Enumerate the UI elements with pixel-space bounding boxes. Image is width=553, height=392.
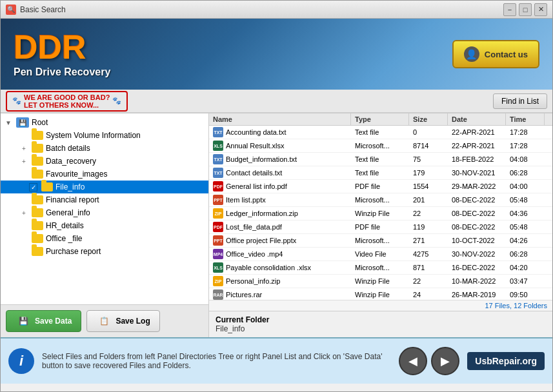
rating-text2: LET OTHERS KNOW... (24, 101, 110, 109)
file-time-3: 06:28 (506, 166, 545, 179)
file-row[interactable]: TXT Accounting data.txt Text file 0 22-A… (209, 126, 552, 139)
file-time-7: 05:48 (506, 220, 545, 233)
expand-8[interactable] (19, 220, 29, 231)
rating-text1: WE ARE GOOD OR BAD? (24, 93, 110, 101)
file-date-11: 10-MAR-2022 (448, 275, 506, 288)
root-expand[interactable]: ▼ (3, 117, 14, 128)
file-count: 17 Files, 12 Folders (209, 300, 552, 311)
item-label-10: Purchase report (46, 247, 101, 256)
item-label-8: HR_details (46, 221, 84, 230)
file-size-8: 271 (409, 234, 448, 247)
file-name-3: TXT Contact details.txt (209, 166, 351, 179)
tree-item-favourite[interactable]: Favourite_images (1, 168, 208, 181)
save-log-button[interactable]: 📋 Save Log (86, 310, 159, 332)
expand-10[interactable] (19, 246, 29, 257)
titlebar-controls: − □ ✕ (503, 3, 547, 16)
file-name-7: PDF Lost_file_data.pdf (209, 220, 351, 233)
file-type-icon-8: PPT (213, 235, 223, 246)
titlebar: 🔍 Basic Search − □ ✕ (1, 1, 552, 19)
tree-root[interactable]: ▼ 💾 Root (1, 116, 208, 129)
folder-icon-4 (32, 170, 43, 179)
tree-item-financial[interactable]: Financial report (1, 193, 208, 206)
file-size-2: 75 (409, 153, 448, 166)
tree-item-batch[interactable]: + Batch details (1, 142, 208, 155)
expand-2[interactable]: + (19, 143, 29, 153)
file-row[interactable]: XLS Annual Result.xlsx Microsoft... 8714… (209, 139, 552, 153)
tree-item-file-info[interactable]: ✓ File_info (1, 181, 208, 193)
left-panel: ▼ 💾 Root System Volume Information + Bat… (1, 113, 209, 337)
tree-item-general-info[interactable]: + General_info (1, 206, 208, 219)
file-time-8: 04:26 (506, 234, 545, 247)
file-type-icon-7: PDF (213, 222, 223, 232)
rating-badge[interactable]: 🐾 WE ARE GOOD OR BAD? LET OTHERS KNOW...… (6, 91, 128, 112)
save-log-icon: 📋 (96, 315, 112, 328)
checkbox-5[interactable]: ✓ (29, 183, 37, 191)
file-name-text-1: Annual Result.xlsx (226, 142, 285, 150)
maximize-button[interactable]: □ (519, 3, 532, 16)
file-date-7: 08-DEC-2022 (448, 220, 506, 233)
file-type-icon-4: PDF (213, 181, 223, 191)
folder-icon-9 (32, 234, 43, 243)
file-row[interactable]: PDF General list info.pdf PDF file 1554 … (209, 180, 552, 193)
expand-9[interactable] (19, 233, 29, 244)
header: DDR Pen Drive Recovery 👤 Contact us (1, 19, 552, 90)
file-row[interactable]: XLS Payable consolidation .xlsx Microsof… (209, 261, 552, 275)
file-row[interactable]: ZIP Personal_info.zip Winzip File 22 10-… (209, 275, 552, 288)
tree-item-purchase[interactable]: Purchase report (1, 245, 208, 258)
close-button[interactable]: ✕ (534, 3, 547, 16)
folder-icon-3 (32, 157, 43, 166)
expand-5[interactable] (19, 182, 29, 192)
app-subtitle: Pen Drive Recovery (14, 66, 110, 78)
tree-item-hr[interactable]: HR_details (1, 219, 208, 232)
file-type-11: Winzip File (351, 275, 409, 288)
file-date-2: 18-FEB-2022 (448, 153, 506, 166)
file-row[interactable]: PDF Lost_file_data.pdf PDF file 119 08-D… (209, 220, 552, 234)
tree-item-office[interactable]: Office _file (1, 232, 208, 245)
file-row[interactable]: ZIP Ledger_information.zip Winzip File 2… (209, 207, 552, 220)
file-name-text-11: Personal_info.zip (226, 277, 280, 285)
file-row[interactable]: TXT Contact details.txt Text file 179 30… (209, 166, 552, 180)
folder-icon-1 (32, 131, 43, 140)
file-type-icon-10: XLS (213, 262, 223, 273)
file-size-10: 871 (409, 261, 448, 274)
file-list-body[interactable]: TXT Accounting data.txt Text file 0 22-A… (209, 126, 552, 300)
save-data-button[interactable]: 💾 Save Data (6, 310, 81, 332)
file-row[interactable]: TXT Budget_information.txt Text file 75 … (209, 153, 552, 166)
minimize-button[interactable]: − (503, 3, 516, 16)
file-row[interactable]: RAR Pictures.rar Winzip File 24 26-MAR-2… (209, 288, 552, 300)
file-type-icon-11: ZIP (213, 276, 223, 286)
folder-icon-10 (32, 247, 43, 256)
col-date: Date (448, 113, 506, 125)
file-type-7: PDF file (351, 220, 409, 233)
prev-button[interactable]: ◀ (399, 347, 427, 375)
tree-item-data-recovery[interactable]: + Data_recovery (1, 155, 208, 168)
file-type-4: PDF file (351, 180, 409, 193)
file-type-2: Text file (351, 153, 409, 166)
nav-buttons: ◀ ▶ (399, 347, 459, 375)
tree-area[interactable]: ▼ 💾 Root System Volume Information + Bat… (1, 113, 208, 304)
next-button[interactable]: ▶ (431, 347, 459, 375)
file-name-0: TXT Accounting data.txt (209, 126, 351, 139)
expand-1[interactable] (19, 130, 29, 141)
expand-4[interactable] (19, 169, 29, 179)
current-folder-label: Current Folder (216, 315, 269, 324)
file-name-11: ZIP Personal_info.zip (209, 275, 351, 288)
file-row[interactable]: PPT Item list.pptx Microsoft... 201 08-D… (209, 193, 552, 207)
file-time-4: 04:00 (506, 180, 545, 193)
expand-6[interactable] (19, 195, 29, 205)
file-row[interactable]: PPT Office project File.pptx Microsoft..… (209, 234, 552, 248)
find-in-list-button[interactable]: Find in List (493, 93, 547, 109)
item-label-9: Office _file (46, 234, 82, 243)
file-row[interactable]: MP4 Office_video .mp4 Video File 4275 30… (209, 248, 552, 261)
file-list-header: Name Type Size Date Time (209, 113, 552, 126)
tree-item-system-volume[interactable]: System Volume Information (1, 129, 208, 142)
rating-icon2: 🐾 (112, 97, 121, 105)
file-date-12: 26-MAR-2019 (448, 288, 506, 300)
info-bar: i Select Files and Folders from left Pan… (1, 337, 552, 384)
contact-button[interactable]: 👤 Contact us (452, 40, 539, 68)
expand-7[interactable]: + (19, 208, 29, 218)
item-label-1: System Volume Information (46, 131, 141, 140)
file-type-icon-3: TXT (213, 168, 223, 178)
expand-3[interactable]: + (19, 156, 29, 166)
file-type-icon-12: RAR (213, 289, 223, 300)
